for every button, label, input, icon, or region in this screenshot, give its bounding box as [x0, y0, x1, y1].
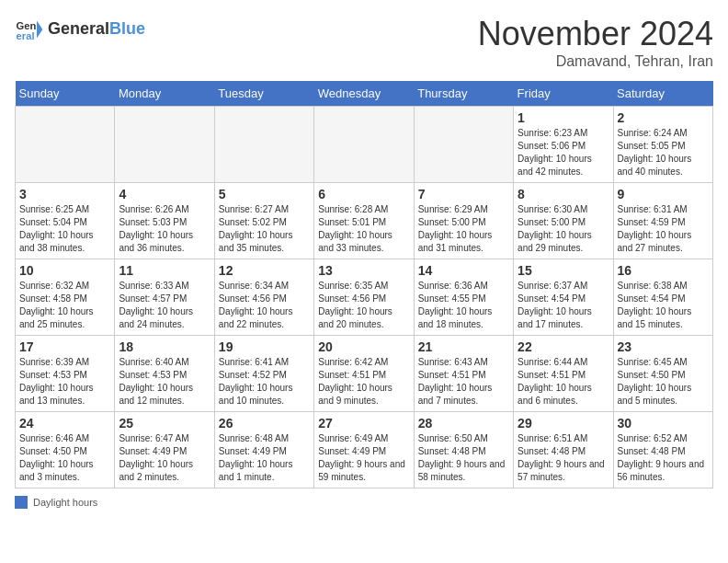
day-number: 19 [219, 339, 310, 354]
calendar-day-cell: 17Sunrise: 6:39 AM Sunset: 4:53 PM Dayli… [16, 336, 115, 412]
calendar-day-cell: 24Sunrise: 6:46 AM Sunset: 4:50 PM Dayli… [16, 412, 115, 488]
day-number: 4 [119, 187, 210, 201]
day-number: 21 [418, 339, 509, 354]
calendar-day-cell: 11Sunrise: 6:33 AM Sunset: 4:57 PM Dayli… [115, 259, 214, 336]
calendar-day-cell: 29Sunrise: 6:51 AM Sunset: 4:48 PM Dayli… [514, 412, 613, 488]
location-title: Damavand, Tehran, Iran [478, 53, 713, 70]
calendar-day-cell: 7Sunrise: 6:29 AM Sunset: 5:00 PM Daylig… [414, 183, 513, 259]
calendar-day-cell [16, 107, 115, 183]
calendar-day-cell: 20Sunrise: 6:42 AM Sunset: 4:51 PM Dayli… [314, 336, 414, 412]
day-info: Sunrise: 6:41 AM Sunset: 4:52 PM Dayligh… [219, 356, 310, 408]
calendar-day-cell: 18Sunrise: 6:40 AM Sunset: 4:53 PM Dayli… [115, 336, 214, 412]
day-number: 23 [618, 339, 709, 354]
calendar-day-cell: 2Sunrise: 6:24 AM Sunset: 5:05 PM Daylig… [613, 107, 712, 183]
calendar-day-cell: 10Sunrise: 6:32 AM Sunset: 4:58 PM Dayli… [16, 259, 115, 336]
calendar-day-cell: 27Sunrise: 6:49 AM Sunset: 4:49 PM Dayli… [314, 412, 414, 488]
calendar-day-cell: 25Sunrise: 6:47 AM Sunset: 4:49 PM Dayli… [115, 412, 214, 488]
day-number: 27 [318, 416, 409, 431]
day-info: Sunrise: 6:43 AM Sunset: 4:51 PM Dayligh… [418, 356, 509, 408]
day-number: 10 [19, 263, 110, 278]
day-info: Sunrise: 6:48 AM Sunset: 4:49 PM Dayligh… [219, 432, 310, 484]
logo-line2: Blue [109, 19, 145, 38]
day-info: Sunrise: 6:26 AM Sunset: 5:03 PM Dayligh… [119, 203, 210, 255]
calendar-day-cell [314, 107, 414, 183]
day-number: 17 [19, 339, 110, 354]
calendar-week-row: 3Sunrise: 6:25 AM Sunset: 5:04 PM Daylig… [16, 183, 713, 259]
day-number: 6 [318, 187, 409, 201]
day-number: 14 [418, 263, 509, 278]
day-number: 16 [618, 263, 709, 278]
day-info: Sunrise: 6:34 AM Sunset: 4:56 PM Dayligh… [219, 280, 310, 331]
calendar-day-cell: 8Sunrise: 6:30 AM Sunset: 5:00 PM Daylig… [514, 183, 613, 259]
day-number: 9 [618, 187, 709, 201]
day-info: Sunrise: 6:36 AM Sunset: 4:55 PM Dayligh… [418, 280, 509, 331]
calendar-day-cell: 6Sunrise: 6:28 AM Sunset: 5:01 PM Daylig… [314, 183, 414, 259]
day-info: Sunrise: 6:24 AM Sunset: 5:05 PM Dayligh… [618, 127, 709, 178]
day-number: 12 [219, 263, 310, 278]
day-number: 29 [518, 416, 609, 431]
footer-label: Daylight hours [33, 497, 97, 508]
calendar-day-cell: 9Sunrise: 6:31 AM Sunset: 4:59 PM Daylig… [613, 183, 712, 259]
day-number: 8 [518, 187, 609, 201]
calendar-week-row: 10Sunrise: 6:32 AM Sunset: 4:58 PM Dayli… [16, 259, 713, 336]
day-info: Sunrise: 6:32 AM Sunset: 4:58 PM Dayligh… [19, 280, 110, 331]
day-info: Sunrise: 6:33 AM Sunset: 4:57 PM Dayligh… [119, 280, 210, 331]
day-number: 7 [418, 187, 509, 201]
day-number: 18 [119, 339, 210, 354]
day-number: 24 [19, 416, 110, 431]
day-number: 30 [618, 416, 709, 431]
day-info: Sunrise: 6:44 AM Sunset: 4:51 PM Dayligh… [518, 356, 609, 408]
day-number: 28 [418, 416, 509, 431]
svg-text:eral: eral [17, 30, 35, 41]
day-info: Sunrise: 6:47 AM Sunset: 4:49 PM Dayligh… [119, 432, 210, 484]
calendar-day-cell: 30Sunrise: 6:52 AM Sunset: 4:48 PM Dayli… [613, 412, 712, 488]
calendar-day-cell: 26Sunrise: 6:48 AM Sunset: 4:49 PM Dayli… [214, 412, 313, 488]
day-info: Sunrise: 6:35 AM Sunset: 4:56 PM Dayligh… [318, 280, 409, 331]
day-number: 26 [219, 416, 310, 431]
day-info: Sunrise: 6:42 AM Sunset: 4:51 PM Dayligh… [318, 356, 409, 408]
day-number: 11 [119, 263, 210, 278]
calendar-day-cell: 23Sunrise: 6:45 AM Sunset: 4:50 PM Dayli… [613, 336, 712, 412]
day-info: Sunrise: 6:49 AM Sunset: 4:49 PM Dayligh… [318, 432, 409, 484]
svg-text:Gen: Gen [17, 20, 37, 31]
day-info: Sunrise: 6:25 AM Sunset: 5:04 PM Dayligh… [19, 203, 110, 255]
day-info: Sunrise: 6:37 AM Sunset: 4:54 PM Dayligh… [518, 280, 609, 331]
calendar-day-cell: 14Sunrise: 6:36 AM Sunset: 4:55 PM Dayli… [414, 259, 513, 336]
calendar-day-cell: 16Sunrise: 6:38 AM Sunset: 4:54 PM Dayli… [613, 259, 712, 336]
calendar-day-cell: 5Sunrise: 6:27 AM Sunset: 5:02 PM Daylig… [214, 183, 313, 259]
day-info: Sunrise: 6:31 AM Sunset: 4:59 PM Dayligh… [618, 203, 709, 255]
month-title: November 2024 [478, 15, 713, 53]
calendar-day-cell: 15Sunrise: 6:37 AM Sunset: 4:54 PM Dayli… [514, 259, 613, 336]
calendar-header-row: SundayMondayTuesdayWednesdayThursdayFrid… [16, 81, 713, 107]
logo-icon: Gen eral [15, 15, 44, 44]
day-info: Sunrise: 6:29 AM Sunset: 5:00 PM Dayligh… [418, 203, 509, 255]
calendar-day-cell: 1Sunrise: 6:23 AM Sunset: 5:06 PM Daylig… [514, 107, 613, 183]
day-number: 25 [119, 416, 210, 431]
calendar-day-cell: 22Sunrise: 6:44 AM Sunset: 4:51 PM Dayli… [514, 336, 613, 412]
logo-line1: General [48, 19, 109, 38]
calendar-day-cell: 3Sunrise: 6:25 AM Sunset: 5:04 PM Daylig… [16, 183, 115, 259]
calendar-week-row: 1Sunrise: 6:23 AM Sunset: 5:06 PM Daylig… [16, 107, 713, 183]
day-info: Sunrise: 6:51 AM Sunset: 4:48 PM Dayligh… [518, 432, 609, 484]
day-info: Sunrise: 6:46 AM Sunset: 4:50 PM Dayligh… [19, 432, 110, 484]
day-info: Sunrise: 6:52 AM Sunset: 4:48 PM Dayligh… [618, 432, 709, 484]
day-number: 15 [518, 263, 609, 278]
calendar-day-header: Friday [514, 81, 613, 107]
logo: Gen eral GeneralBlue [15, 15, 145, 44]
calendar-day-cell: 12Sunrise: 6:34 AM Sunset: 4:56 PM Dayli… [214, 259, 313, 336]
day-info: Sunrise: 6:40 AM Sunset: 4:53 PM Dayligh… [119, 356, 210, 408]
day-info: Sunrise: 6:23 AM Sunset: 5:06 PM Dayligh… [518, 127, 609, 178]
calendar-table: SundayMondayTuesdayWednesdayThursdayFrid… [15, 81, 713, 488]
page-header: Gen eral GeneralBlue November 2024 Damav… [15, 15, 713, 70]
calendar-day-header: Sunday [16, 81, 115, 107]
svg-marker-2 [37, 20, 42, 38]
calendar-day-cell [214, 107, 313, 183]
calendar-day-header: Tuesday [214, 81, 313, 107]
day-number: 2 [618, 110, 709, 125]
day-number: 5 [219, 187, 310, 201]
calendar-day-cell [115, 107, 214, 183]
calendar-week-row: 24Sunrise: 6:46 AM Sunset: 4:50 PM Dayli… [16, 412, 713, 488]
day-number: 3 [19, 187, 110, 201]
footer: Daylight hours [15, 496, 713, 509]
day-info: Sunrise: 6:30 AM Sunset: 5:00 PM Dayligh… [518, 203, 609, 255]
